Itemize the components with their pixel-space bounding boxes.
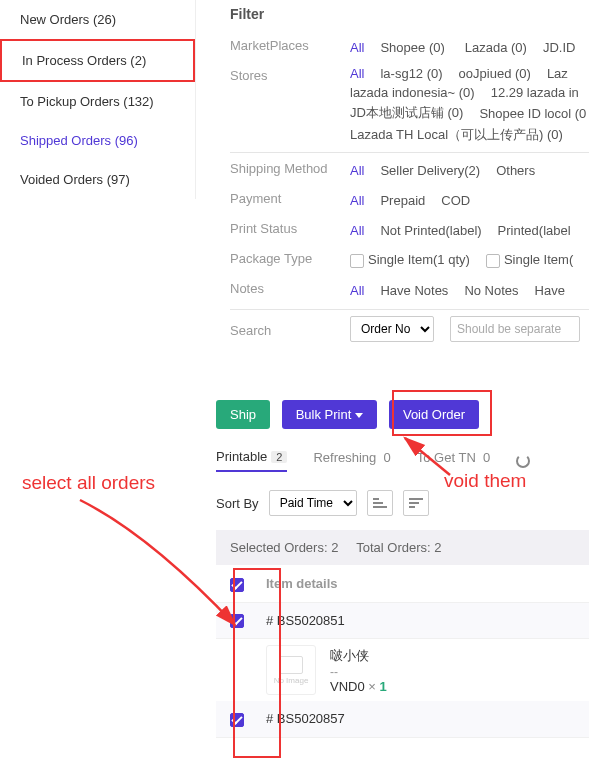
filter-printstatus-label: Print Status <box>230 219 350 236</box>
sort-desc-button[interactable] <box>403 490 429 516</box>
sidebar: New Orders (26) In Process Orders (2) To… <box>0 0 196 199</box>
filter-notes-opt[interactable]: No Notes <box>464 283 518 298</box>
filter-shipping-opt[interactable]: Seller Delivery(2) <box>380 163 480 178</box>
search-field-select[interactable]: Order No <box>350 316 434 342</box>
packagetype-opt[interactable]: Single Item(1 qty) <box>350 252 470 268</box>
filter-stores-row: Stores All la-sg12 (0) ooJpiued (0) Laz … <box>230 66 589 144</box>
filter-stores-label: Stores <box>230 66 350 83</box>
filter-payment-all[interactable]: All <box>350 193 364 208</box>
filter-search-row: Search Order No Should be separate <box>230 316 589 342</box>
sidebar-item-in-process-orders[interactable]: In Process Orders (2) <box>0 39 195 82</box>
filter-notes-row: Notes All Have Notes No Notes Have <box>230 279 589 301</box>
filter-marketplaces-opt[interactable]: Lazada (0) <box>465 40 527 55</box>
checkbox-icon[interactable] <box>486 254 500 268</box>
filter-notes-opt[interactable]: Have Notes <box>380 283 448 298</box>
filter-divider <box>230 309 589 310</box>
status-bar: Selected Orders: 2 Total Orders: 2 <box>216 530 589 565</box>
sidebar-item-to-pickup-orders[interactable]: To Pickup Orders (132) <box>0 82 195 121</box>
filter-stores-opt[interactable]: JD本地测试店铺 (0) <box>350 104 463 122</box>
checkbox-icon[interactable] <box>350 254 364 268</box>
chevron-down-icon <box>355 413 363 418</box>
ship-button[interactable]: Ship <box>216 400 270 429</box>
sidebar-item-new-orders[interactable]: New Orders (26) <box>0 0 195 39</box>
annotation-arrow-icon <box>60 495 260 655</box>
annotation-text: select all orders <box>22 472 155 494</box>
sidebar-item-shipped-orders[interactable]: Shipped Orders (96) <box>0 121 195 160</box>
filter-stores-opt[interactable]: lazada indonesia~ (0) <box>350 85 475 100</box>
product-name: 啵小侠 <box>330 647 387 665</box>
product-price: VND0 <box>330 679 365 694</box>
filter-marketplaces-opt[interactable]: JD.ID <box>543 40 576 55</box>
bulk-print-button[interactable]: Bulk Print <box>282 400 378 429</box>
filter-marketplaces-row: MarketPlaces All Shopee (0) Lazada (0) J… <box>230 36 589 58</box>
sidebar-item-voided-orders[interactable]: Voided Orders (97) <box>0 160 195 199</box>
filter-divider <box>230 152 589 153</box>
search-input[interactable]: Should be separate <box>450 316 580 342</box>
filter-printstatus-all[interactable]: All <box>350 223 364 238</box>
annotation-arrow-icon <box>355 430 475 490</box>
filter-printstatus-opt[interactable]: Printed(label <box>498 223 571 238</box>
filter-marketplaces-opt[interactable]: Shopee (0) <box>380 40 444 55</box>
filter-marketplaces-all[interactable]: All <box>350 40 364 55</box>
product-qty: 1 <box>380 679 387 694</box>
filter-stores-opt[interactable]: ooJpiued (0) <box>459 66 531 81</box>
filter-stores-all[interactable]: All <box>350 66 364 81</box>
sort-asc-button[interactable] <box>367 490 393 516</box>
filter-notes-opt[interactable]: Have <box>535 283 565 298</box>
filter-printstatus-opt[interactable]: Not Printed(label) <box>380 223 481 238</box>
filter-payment-opt[interactable]: COD <box>441 193 470 208</box>
product-dash: -- <box>330 665 387 679</box>
filter-stores-opt[interactable]: Laz <box>547 66 568 81</box>
filter-notes-all[interactable]: All <box>350 283 364 298</box>
filter-shipping-all[interactable]: All <box>350 163 364 178</box>
filter-shipping-row: Shipping Method All Seller Delivery(2) O… <box>230 159 589 181</box>
filter-packagetype-row: Package Type Single Item(1 qty) Single I… <box>230 249 589 271</box>
filter-notes-label: Notes <box>230 279 350 296</box>
filter-payment-row: Payment All Prepaid COD <box>230 189 589 211</box>
filter-packagetype-label: Package Type <box>230 249 350 266</box>
filter-stores-opt[interactable]: Shopee ID locol (0 <box>479 106 586 121</box>
tab-printable[interactable]: Printable2 <box>216 449 287 472</box>
sort-by-select[interactable]: Paid Time <box>269 490 357 516</box>
tab-count-badge: 2 <box>271 451 287 463</box>
packagetype-opt[interactable]: Single Item( <box>486 252 573 268</box>
filter-stores-opt[interactable]: Lazada TH Local（可以上传产品) (0) <box>350 126 563 144</box>
filter-search-label: Search <box>230 321 350 338</box>
filter-title: Filter <box>230 0 589 22</box>
filter-shipping-opt[interactable]: Others <box>496 163 535 178</box>
filter-printstatus-row: Print Status All Not Printed(label) Prin… <box>230 219 589 241</box>
filter-stores-opt[interactable]: la-sg12 (0) <box>380 66 442 81</box>
filter-panel: Filter MarketPlaces All Shopee (0) Lazad… <box>230 0 589 350</box>
total-orders-count: Total Orders: 2 <box>356 540 441 555</box>
filter-stores-opt[interactable]: 12.29 lazada in <box>491 85 579 100</box>
qty-separator: × <box>368 679 376 694</box>
refresh-icon[interactable] <box>516 454 530 468</box>
filter-payment-opt[interactable]: Prepaid <box>380 193 425 208</box>
filter-marketplaces-label: MarketPlaces <box>230 36 350 53</box>
filter-payment-label: Payment <box>230 189 350 206</box>
filter-shipping-label: Shipping Method <box>230 159 350 176</box>
image-placeholder-icon <box>279 656 303 674</box>
